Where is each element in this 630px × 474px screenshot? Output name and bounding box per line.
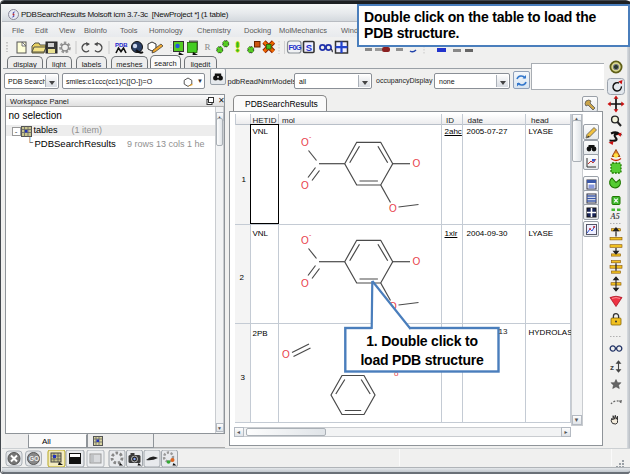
svg-text:R: R xyxy=(205,42,211,52)
svg-text:S: S xyxy=(306,42,312,53)
svg-text:O: O xyxy=(301,278,309,289)
svg-text:PDB: PDB xyxy=(115,42,128,48)
svg-text:O: O xyxy=(413,256,421,267)
svg-text:load PDB structure: load PDB structure xyxy=(360,352,484,368)
svg-text:F0G: F0G xyxy=(289,43,302,52)
svg-text:O: O xyxy=(301,180,309,191)
svg-text:A5: A5 xyxy=(610,212,620,221)
svg-text:O: O xyxy=(301,136,309,147)
svg-text:-: - xyxy=(309,231,312,238)
svg-text:1. Double click to: 1. Double click to xyxy=(366,333,478,349)
svg-text:O: O xyxy=(389,202,397,213)
svg-text:O: O xyxy=(301,234,309,245)
svg-text:O: O xyxy=(282,348,290,359)
svg-text:GO: GO xyxy=(29,455,39,462)
svg-text:z: z xyxy=(610,363,614,372)
svg-text:O: O xyxy=(413,158,421,169)
svg-text:-: - xyxy=(309,133,312,140)
